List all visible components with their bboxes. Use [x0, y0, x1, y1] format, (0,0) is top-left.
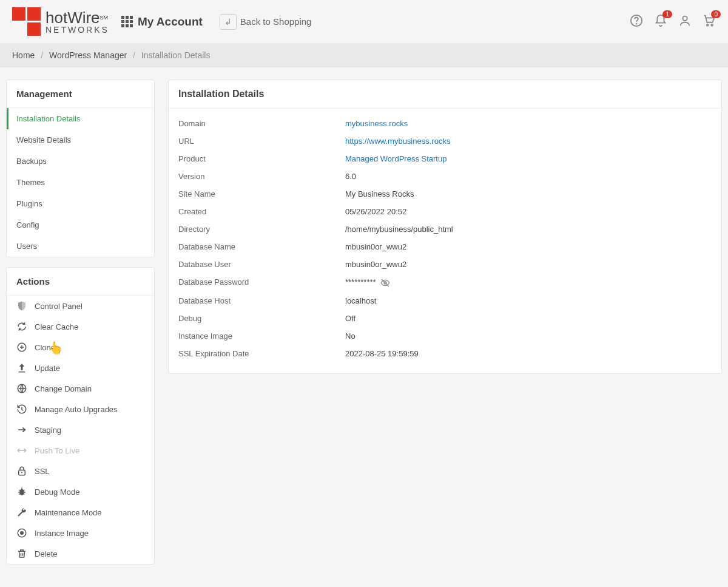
brand-main: hotWire: [46, 8, 100, 27]
help-button[interactable]: [630, 14, 643, 29]
svg-point-2: [682, 16, 687, 21]
header: hotWireSM NETWORKS My Account ↲ Back to …: [0, 0, 728, 43]
action-staging[interactable]: Staging: [7, 419, 154, 440]
detail-row: Database Password**********: [169, 273, 721, 292]
action-clear-cache[interactable]: Clear Cache: [7, 316, 154, 337]
brand-sm: SM: [100, 15, 109, 21]
actions-title: Actions: [7, 268, 154, 296]
svg-point-4: [711, 24, 713, 26]
logo-squares-icon: [12, 7, 41, 36]
nav-item-users[interactable]: Users: [7, 236, 154, 257]
action-label: Manage Auto Upgrades: [35, 405, 118, 414]
details-title: Installation Details: [169, 80, 721, 109]
globe-icon: [16, 383, 27, 394]
action-delete[interactable]: Delete: [7, 543, 154, 564]
action-label: Instance Image: [35, 529, 89, 538]
nav-item-plugins[interactable]: Plugins: [7, 193, 154, 214]
wrench-icon: [16, 507, 27, 518]
back-icon: ↲: [220, 14, 237, 30]
my-account-link[interactable]: My Account: [121, 15, 203, 29]
detail-row: Domainmybusiness.rocks: [169, 115, 721, 132]
notifications-button[interactable]: 1: [654, 14, 667, 29]
upload-icon: [16, 362, 27, 373]
action-label: Control Panel: [35, 302, 83, 311]
detail-label: Database Host: [178, 296, 345, 305]
action-label: Clear Cache: [35, 322, 78, 331]
nav-item-website-details[interactable]: Website Details: [7, 129, 154, 151]
lock-icon: [16, 466, 27, 477]
action-label: Update: [35, 364, 60, 373]
detail-row: Database Usermbusin0or_wwu2: [169, 256, 721, 273]
breadcrumb-current: Installation Details: [141, 50, 211, 60]
detail-value: Off: [345, 314, 356, 323]
nav-item-config[interactable]: Config: [7, 214, 154, 236]
detail-row: Version6.0: [169, 168, 721, 185]
detail-row: Directory/home/mybusiness/public_html: [169, 220, 721, 238]
notification-badge: 1: [662, 10, 672, 18]
cart-button[interactable]: 0: [703, 14, 716, 29]
nav-item-installation-details[interactable]: Installation Details: [7, 108, 154, 129]
detail-value: My Business Rocks: [345, 189, 414, 198]
management-title: Management: [7, 80, 154, 108]
image-icon: [16, 528, 27, 538]
detail-label: Database Password: [178, 277, 345, 288]
clone-icon: [16, 342, 27, 353]
detail-label: Debug: [178, 314, 345, 323]
back-to-shopping[interactable]: ↲ Back to Shopping: [215, 14, 312, 30]
back-label: Back to Shopping: [240, 16, 312, 27]
breadcrumb-section[interactable]: WordPress Manager: [49, 50, 127, 60]
detail-label: Instance Image: [178, 331, 345, 341]
detail-label: URL: [178, 137, 345, 146]
action-manage-auto-upgrades[interactable]: Manage Auto Upgrades: [7, 399, 154, 419]
action-maintenance-mode[interactable]: Maintenance Mode: [7, 502, 154, 523]
detail-row: Created05/26/2022 20:52: [169, 203, 721, 220]
action-clone[interactable]: Clone👆: [7, 337, 154, 358]
eye-off-icon[interactable]: [380, 278, 390, 288]
breadcrumb-home[interactable]: Home: [12, 50, 35, 60]
detail-label: Domain: [178, 119, 345, 128]
detail-value: 05/26/2022 20:52: [345, 207, 406, 216]
shield-icon: [16, 300, 27, 311]
detail-label: Version: [178, 172, 345, 181]
brand-sub: NETWORKS: [46, 25, 109, 35]
nav-item-themes[interactable]: Themes: [7, 172, 154, 193]
action-label: Push To Live: [35, 446, 79, 455]
detail-value: /home/mybusiness/public_html: [345, 225, 453, 234]
action-label: Delete: [35, 549, 58, 558]
action-label: SSL: [35, 467, 50, 476]
detail-label: Database User: [178, 260, 345, 269]
user-button[interactable]: [678, 14, 692, 29]
action-debug-mode[interactable]: Debug Mode: [7, 481, 154, 502]
detail-value: 2022-08-25 19:59:59: [345, 349, 419, 358]
action-change-domain[interactable]: Change Domain: [7, 378, 154, 399]
detail-row: ProductManaged WordPress Startup: [169, 150, 721, 168]
action-push-to-live: Push To Live: [7, 440, 154, 461]
detail-label: Database Name: [178, 242, 345, 251]
cart-badge: 0: [711, 10, 721, 18]
detail-value: No: [345, 331, 356, 341]
detail-value[interactable]: https://www.mybusiness.rocks: [345, 137, 450, 146]
brand-logo[interactable]: hotWireSM NETWORKS: [12, 7, 109, 36]
action-update[interactable]: Update: [7, 358, 154, 378]
history-icon: [16, 404, 27, 415]
action-ssl[interactable]: SSL: [7, 461, 154, 481]
nav-item-backups[interactable]: Backups: [7, 151, 154, 172]
action-instance-image[interactable]: Instance Image: [7, 523, 154, 543]
action-label: Staging: [35, 426, 61, 435]
action-control-panel[interactable]: Control Panel: [7, 296, 154, 316]
cursor-hand-icon: 👆: [48, 341, 63, 355]
detail-value[interactable]: mybusiness.rocks: [345, 119, 408, 128]
action-label: Change Domain: [35, 384, 92, 393]
detail-value: localhost: [345, 296, 376, 305]
svg-point-1: [636, 24, 637, 24]
detail-value: **********: [345, 277, 390, 288]
detail-label: Directory: [178, 225, 345, 234]
detail-row: Site NameMy Business Rocks: [169, 185, 721, 203]
detail-value[interactable]: Managed WordPress Startup: [345, 154, 447, 163]
detail-row: DebugOff: [169, 310, 721, 327]
detail-value: mbusin0or_wwu2: [345, 260, 406, 269]
detail-value: 6.0: [345, 172, 356, 181]
help-icon: [630, 14, 643, 27]
trash-icon: [16, 548, 27, 559]
detail-row: Database Hostlocalhost: [169, 292, 721, 310]
